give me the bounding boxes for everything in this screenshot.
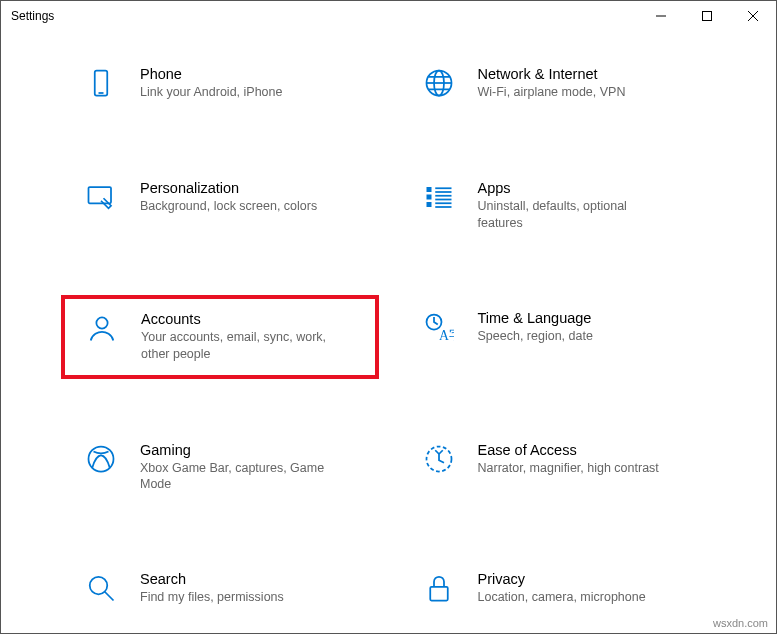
tile-desc: Xbox Game Bar, captures, Game Mode (140, 460, 330, 494)
settings-content: Phone Link your Android, iPhone Network … (1, 31, 776, 634)
tile-text: Accounts Your accounts, email, sync, wor… (141, 311, 331, 363)
tile-network[interactable]: Network & Internet Wi-Fi, airplane mode,… (399, 51, 717, 117)
tile-text: Phone Link your Android, iPhone (140, 66, 282, 101)
tile-desc: Uninstall, defaults, optional features (478, 198, 668, 232)
window-title: Settings (11, 9, 54, 23)
tile-phone[interactable]: Phone Link your Android, iPhone (61, 51, 379, 117)
tile-desc: Wi-Fi, airplane mode, VPN (478, 84, 626, 101)
tile-desc: Background, lock screen, colors (140, 198, 317, 215)
tile-title: Apps (478, 180, 668, 196)
window-controls (638, 1, 776, 31)
tile-text: Network & Internet Wi-Fi, airplane mode,… (478, 66, 626, 101)
titlebar: Settings (1, 1, 776, 31)
tile-text: Ease of Access Narrator, magnifier, high… (478, 442, 659, 477)
tile-text: Gaming Xbox Game Bar, captures, Game Mod… (140, 442, 330, 494)
search-icon (86, 573, 120, 607)
svg-rect-12 (426, 202, 431, 207)
settings-grid: Phone Link your Android, iPhone Network … (61, 51, 716, 634)
maximize-button[interactable] (684, 1, 730, 31)
watermark: wsxdn.com (713, 617, 768, 629)
tile-title: Gaming (140, 442, 330, 458)
svg-rect-1 (703, 12, 712, 21)
tile-text: Time & Language Speech, region, date (478, 310, 593, 345)
tile-text: Apps Uninstall, defaults, optional featu… (478, 180, 668, 232)
tile-desc: Location, camera, microphone (478, 589, 646, 606)
tile-title: Ease of Access (478, 442, 659, 458)
tile-title: Search (140, 571, 284, 587)
svg-point-24 (90, 577, 108, 595)
svg-text:A字: A字 (439, 327, 454, 342)
lock-icon (424, 573, 458, 607)
tile-privacy[interactable]: Privacy Location, camera, microphone (399, 556, 717, 622)
svg-rect-26 (430, 587, 448, 601)
apps-list-icon (424, 182, 458, 216)
tile-gaming[interactable]: Gaming Xbox Game Bar, captures, Game Mod… (61, 427, 379, 509)
svg-rect-4 (95, 71, 108, 96)
svg-line-25 (105, 592, 114, 601)
tile-text: Privacy Location, camera, microphone (478, 571, 646, 606)
tile-desc: Speech, region, date (478, 328, 593, 345)
svg-rect-11 (426, 195, 431, 200)
tile-title: Privacy (478, 571, 646, 587)
tile-title: Network & Internet (478, 66, 626, 82)
globe-icon (424, 68, 458, 102)
tile-ease-of-access[interactable]: Ease of Access Narrator, magnifier, high… (399, 427, 717, 509)
tile-search[interactable]: Search Find my files, permissions (61, 556, 379, 622)
svg-rect-9 (89, 187, 112, 203)
minimize-button[interactable] (638, 1, 684, 31)
tile-text: Search Find my files, permissions (140, 571, 284, 606)
tile-title: Accounts (141, 311, 331, 327)
ease-of-access-icon (424, 444, 458, 478)
tile-title: Phone (140, 66, 282, 82)
tile-title: Time & Language (478, 310, 593, 326)
tile-time-language[interactable]: A字 Time & Language Speech, region, date (399, 295, 717, 379)
tile-title: Personalization (140, 180, 317, 196)
tile-desc: Find my files, permissions (140, 589, 284, 606)
time-language-icon: A字 (424, 312, 458, 346)
phone-icon (86, 68, 120, 102)
tile-personalization[interactable]: Personalization Background, lock screen,… (61, 165, 379, 247)
svg-point-19 (96, 317, 107, 328)
tile-desc: Narrator, magnifier, high contrast (478, 460, 659, 477)
person-icon (87, 313, 121, 347)
xbox-icon (86, 444, 120, 478)
tile-text: Personalization Background, lock screen,… (140, 180, 317, 215)
tile-desc: Your accounts, email, sync, work, other … (141, 329, 331, 363)
close-button[interactable] (730, 1, 776, 31)
svg-rect-10 (426, 187, 431, 192)
tile-desc: Link your Android, iPhone (140, 84, 282, 101)
tile-apps[interactable]: Apps Uninstall, defaults, optional featu… (399, 165, 717, 247)
paintbrush-icon (86, 182, 120, 216)
tile-accounts[interactable]: Accounts Your accounts, email, sync, wor… (61, 295, 379, 379)
